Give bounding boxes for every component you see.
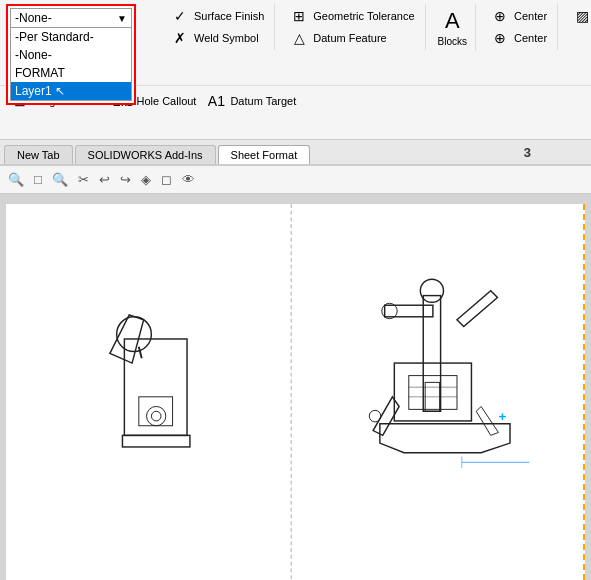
tab-bar: New Tab SOLIDWORKS Add-Ins Sheet Format … — [0, 140, 591, 166]
geometric-tolerance-label: Geometric Tolerance — [313, 10, 414, 22]
weld-symbol-icon: ✗ — [170, 30, 190, 46]
tab-sheet-format[interactable]: Sheet Format — [218, 145, 311, 164]
surface-finish-button[interactable]: ✓ Surface Finish — [166, 6, 268, 26]
layer-select-header[interactable]: -None- ▼ — [10, 8, 132, 28]
datum-target-label: Datum Target — [230, 95, 296, 107]
sheet-number: 3 — [524, 145, 531, 160]
layer-selected-value: -None- — [15, 11, 52, 25]
tab-new-tab[interactable]: New Tab — [4, 145, 73, 164]
blocks-button[interactable]: A Blocks — [430, 4, 476, 51]
redo-icon[interactable]: ↪ — [116, 170, 135, 189]
view-toolbar: 🔍 □ 🔍 ✂ ↩ ↪ ◈ ◻ 👁 — [0, 166, 591, 194]
svg-point-7 — [151, 411, 161, 421]
svg-point-15 — [369, 410, 381, 422]
svg-rect-13 — [409, 376, 457, 410]
svg-point-9 — [420, 279, 443, 302]
datum-target-icon: A1 — [206, 93, 226, 109]
layer-option-per-standard[interactable]: -Per Standard- — [11, 28, 131, 46]
svg-text:+: + — [498, 409, 506, 424]
area-hatch-button[interactable]: ▨ Area H... — [568, 6, 591, 26]
annotation-group-1: ✓ Surface Finish ✗ Weld Symbol — [160, 4, 275, 50]
svg-rect-10 — [385, 305, 433, 317]
layer-option-layer1[interactable]: Layer1 ↖ — [11, 82, 131, 100]
drawing-svg: + — [6, 204, 585, 580]
center-mark-icon: ⊕ — [490, 8, 510, 24]
tab-solidworks-addins[interactable]: SOLIDWORKS Add-Ins — [75, 145, 216, 164]
cut-icon[interactable]: ✂ — [74, 170, 93, 189]
visibility-icon[interactable]: 👁 — [178, 170, 199, 189]
dropdown-arrow-icon: ▼ — [117, 13, 127, 24]
surface-finish-label: Surface Finish — [194, 10, 264, 22]
ribbon: -None- ▼ -Per Standard- -None- FORMAT La… — [0, 0, 591, 140]
center-line-label: Center — [514, 32, 547, 44]
datum-feature-label: Datum Feature — [313, 32, 386, 44]
zoom-icon[interactable]: 🔍 — [4, 170, 28, 189]
surface-finish-icon: ✓ — [170, 8, 190, 24]
annotation-group-2: ⊞ Geometric Tolerance △ Datum Feature — [279, 4, 425, 50]
blocks-icon: A — [445, 8, 460, 34]
svg-rect-12 — [394, 363, 471, 421]
svg-rect-8 — [423, 296, 440, 412]
blocks-label: Blocks — [438, 36, 467, 47]
drawing-canvas: + — [6, 204, 585, 580]
hole-callout-label: Hole Callout — [137, 95, 197, 107]
geometric-tolerance-icon: ⊞ — [289, 8, 309, 24]
zoom-area-icon[interactable]: 🔍 — [48, 170, 72, 189]
weld-symbol-button[interactable]: ✗ Weld Symbol — [166, 28, 268, 48]
svg-line-4 — [139, 347, 142, 359]
svg-point-6 — [147, 406, 166, 425]
center-line-icon: ⊕ — [490, 30, 510, 46]
layer-option-format[interactable]: FORMAT — [11, 64, 131, 82]
area-hatch-icon: ▨ — [572, 8, 591, 24]
weld-symbol-label: Weld Symbol — [194, 32, 259, 44]
center-line-button[interactable]: ⊕ Center — [486, 28, 551, 48]
fit-view-icon[interactable]: □ — [30, 170, 46, 189]
view-options-icon[interactable]: ◻ — [157, 170, 176, 189]
datum-feature-icon: △ — [289, 30, 309, 46]
svg-rect-5 — [122, 435, 189, 447]
svg-point-3 — [117, 317, 152, 352]
view-3d-icon[interactable]: ◈ — [137, 170, 155, 189]
layer-option-none[interactable]: -None- — [11, 46, 131, 64]
drawing-area: + — [0, 194, 591, 580]
geometric-tolerance-button[interactable]: ⊞ Geometric Tolerance — [285, 6, 418, 26]
layer-dropdown-list: -Per Standard- -None- FORMAT Layer1 ↖ — [10, 28, 132, 101]
ribbon-tools: ✓ Surface Finish ✗ Weld Symbol ⊞ Geometr… — [160, 4, 591, 51]
layer-select-box: -None- ▼ -Per Standard- -None- FORMAT La… — [6, 4, 136, 105]
datum-target-button[interactable]: A1 Datum Target — [202, 91, 300, 111]
center-group: ⊕ Center ⊕ Center — [480, 4, 558, 50]
datum-feature-button[interactable]: △ Datum Feature — [285, 28, 418, 48]
layer-dropdown-area: -None- ▼ -Per Standard- -None- FORMAT La… — [6, 4, 136, 105]
center-mark-label: Center — [514, 10, 547, 22]
undo-icon[interactable]: ↩ — [95, 170, 114, 189]
area-hatch-group: ▨ Area H... — [562, 4, 591, 28]
center-mark-button[interactable]: ⊕ Center — [486, 6, 551, 26]
